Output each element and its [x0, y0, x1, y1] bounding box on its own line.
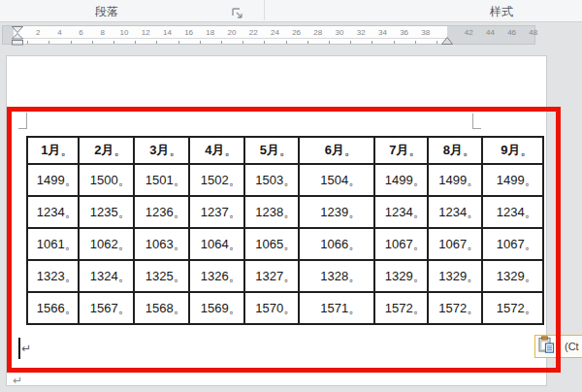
data-cell-text: 1572: [497, 301, 525, 315]
data-cell-text: 1239: [320, 205, 348, 219]
header-cell[interactable]: 5月¤: [244, 137, 299, 164]
cell-end-mark: ¤: [468, 310, 470, 315]
ruler-number: 16: [184, 28, 193, 37]
cell-end-mark: ¤: [468, 213, 470, 219]
data-cell[interactable]: 1329¤: [482, 260, 543, 292]
data-cell[interactable]: 1238¤: [244, 196, 299, 228]
header-cell[interactable]: 4月¤: [189, 137, 244, 164]
data-cell[interactable]: 1067¤: [428, 228, 482, 260]
data-cell[interactable]: 1235¤: [79, 196, 134, 228]
ruler-tick: [48, 41, 49, 44]
ruler-tick: [200, 41, 201, 44]
table-header-row: 1月¤2月¤3月¤4月¤5月¤6月¤7月¤8月¤9月¤: [27, 137, 543, 164]
data-cell[interactable]: 1237¤: [189, 196, 244, 228]
cell-end-mark: ¤: [414, 181, 417, 187]
data-cell[interactable]: 1502¤: [189, 164, 244, 196]
data-cell-text: 1234: [37, 205, 65, 219]
data-cell[interactable]: 1503¤: [244, 164, 299, 196]
data-cell[interactable]: 1499¤: [428, 164, 482, 196]
cell-end-mark: ¤: [230, 213, 233, 219]
data-cell[interactable]: 1499¤: [482, 164, 543, 196]
header-cell[interactable]: 8月¤: [428, 137, 482, 164]
data-cell[interactable]: 1234¤: [374, 196, 428, 228]
ruler-tick: [156, 41, 157, 44]
data-cell-text: 1504: [320, 173, 348, 187]
header-cell-text: 6月: [325, 143, 344, 157]
header-cell[interactable]: 7月¤: [374, 137, 428, 164]
ruler-number: 2: [36, 28, 40, 37]
cell-end-mark: ¤: [175, 278, 178, 283]
ruler-tick: [71, 41, 72, 44]
data-cell[interactable]: 1571¤: [299, 292, 374, 324]
data-cell[interactable]: 1234¤: [27, 196, 79, 228]
data-cell[interactable]: 1067¤: [374, 228, 428, 260]
data-cell[interactable]: 1329¤: [428, 260, 482, 292]
header-cell[interactable]: 2月¤: [79, 137, 134, 164]
data-cell-text: 1062: [90, 237, 118, 251]
data-cell-text: 1499: [497, 173, 525, 187]
header-cell[interactable]: 1月¤: [27, 137, 79, 164]
cell-end-mark: ¤: [230, 245, 233, 251]
data-cell-text: 1328: [320, 269, 348, 283]
data-cell[interactable]: 1568¤: [134, 292, 189, 324]
cell-end-mark: ¤: [526, 213, 529, 219]
data-cell[interactable]: 1501¤: [134, 164, 189, 196]
cell-end-mark: ¤: [175, 181, 178, 187]
data-cell-text: 1503: [255, 173, 283, 187]
header-cell[interactable]: 3月¤: [134, 137, 189, 164]
dialog-launcher-icon[interactable]: [232, 6, 243, 17]
cell-end-mark: ¤: [280, 151, 283, 157]
data-cell[interactable]: 1063¤: [134, 228, 189, 260]
cell-end-mark: ¤: [468, 181, 470, 187]
cell-end-mark: ¤: [414, 278, 417, 283]
data-cell[interactable]: 1067¤: [482, 228, 543, 260]
data-cell-text: 1236: [146, 205, 174, 219]
cell-end-mark: ¤: [119, 213, 122, 219]
data-cell[interactable]: 1062¤: [79, 228, 134, 260]
paste-options-button[interactable]: (Ct: [534, 335, 582, 358]
cell-end-mark: ¤: [526, 181, 529, 187]
ruler-tick: [307, 41, 308, 44]
data-cell[interactable]: 1329¤: [374, 260, 428, 292]
paragraph-mark: ↵: [21, 342, 31, 355]
right-indent-marker[interactable]: [440, 32, 454, 49]
data-cell-text: 1234: [385, 205, 413, 219]
data-cell[interactable]: 1504¤: [299, 164, 374, 196]
data-cell[interactable]: 1065¤: [244, 228, 299, 260]
data-cell[interactable]: 1326¤: [189, 260, 244, 292]
data-cell[interactable]: 1061¤: [27, 228, 79, 260]
data-cell[interactable]: 1324¤: [79, 260, 134, 292]
data-cell[interactable]: 1236¤: [134, 196, 189, 228]
horizontal-ruler[interactable]: 2468101214161820222426283032343638424446…: [2, 25, 535, 45]
data-cell[interactable]: 1499¤: [27, 164, 79, 196]
header-cell[interactable]: 9月¤: [482, 137, 543, 164]
data-cell[interactable]: 1064¤: [189, 228, 244, 260]
data-cell[interactable]: 1325¤: [134, 260, 189, 292]
data-cell[interactable]: 1234¤: [482, 196, 543, 228]
data-cell[interactable]: 1572¤: [482, 292, 543, 324]
data-cell[interactable]: 1239¤: [299, 196, 374, 228]
data-cell[interactable]: 1567¤: [79, 292, 134, 324]
data-cell[interactable]: 1323¤: [27, 260, 79, 292]
data-cell[interactable]: 1572¤: [374, 292, 428, 324]
cell-end-mark: ¤: [119, 181, 122, 187]
data-cell[interactable]: 1572¤: [428, 292, 482, 324]
data-cell[interactable]: 1570¤: [244, 292, 299, 324]
data-cell[interactable]: 1328¤: [299, 260, 374, 292]
data-cell[interactable]: 1066¤: [299, 228, 374, 260]
indent-markers[interactable]: [11, 26, 24, 49]
data-cell[interactable]: 1327¤: [244, 260, 299, 292]
ruler-number: 30: [336, 28, 344, 37]
data-cell[interactable]: 1234¤: [428, 196, 482, 228]
data-cell[interactable]: 1499¤: [374, 164, 428, 196]
header-cell[interactable]: 6月¤: [299, 137, 374, 164]
header-cell-text: 1月: [41, 143, 60, 157]
data-cell[interactable]: 1566¤: [27, 292, 79, 324]
word-window: 段落 样式 2468101214161820222426283032343638…: [0, 0, 582, 392]
ruler-tick: [242, 41, 243, 44]
data-cell[interactable]: 1500¤: [79, 164, 134, 196]
ruler-tick: [178, 41, 179, 44]
cell-end-mark: ¤: [349, 213, 352, 219]
data-cell[interactable]: 1569¤: [189, 292, 244, 324]
ruler-number: 18: [206, 28, 214, 37]
